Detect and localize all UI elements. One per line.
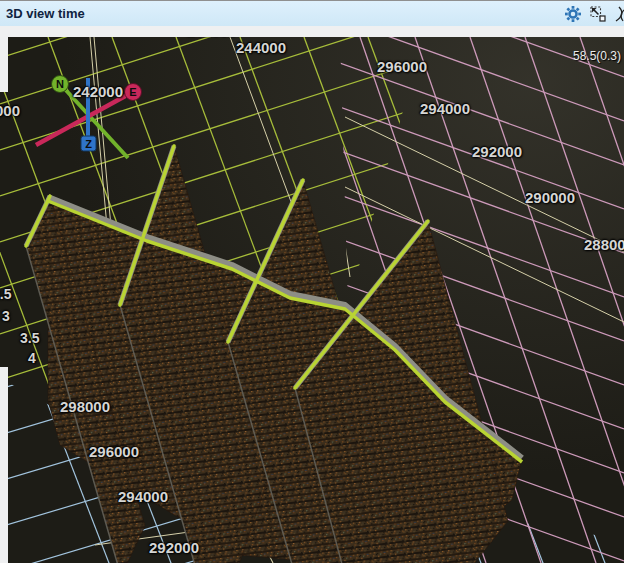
- window-margin: [0, 367, 8, 563]
- compass-letter: Z: [85, 138, 92, 150]
- compass-letter: E: [129, 86, 136, 98]
- edge-tool-partial-icon[interactable]: [615, 6, 624, 22]
- dock-restore-icon[interactable]: [590, 6, 606, 22]
- 3d-viewport[interactable]: NEZ: [0, 37, 624, 563]
- titlebar-toolbar: [565, 4, 624, 24]
- compass-letter: N: [56, 78, 64, 90]
- 3d-view-canvas[interactable]: NEZ 58.5(0.3) 246000 244000 242000 24000…: [0, 37, 624, 563]
- settings-gear-icon[interactable]: [565, 6, 581, 22]
- hud-reading: 58.5(0.3): [573, 49, 621, 63]
- window-titlebar: 3D view time: [0, 0, 624, 26]
- window-title: 3D view time: [0, 6, 85, 21]
- window-margin: [0, 37, 8, 92]
